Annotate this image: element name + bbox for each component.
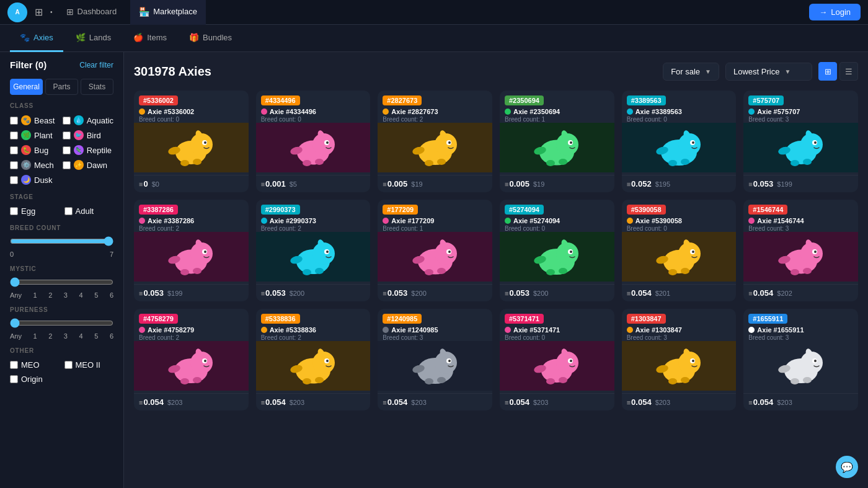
svg-point-86 [681,268,689,274]
axie-card[interactable]: #5371471 Axie #5371471 Breed count: 0 [500,309,614,410]
nav-tab-marketplace[interactable]: 🏪 Marketplace [130,0,206,25]
origin-checkbox[interactable] [10,375,18,383]
axie-card[interactable]: #1240985 Axie #1240985 Breed count: 3 [378,309,492,410]
other-origin[interactable]: Origin [10,373,113,385]
egg-label: Egg [21,206,35,216]
class-dot [261,218,267,224]
bug-checkbox[interactable] [10,146,18,154]
list-view-button[interactable]: ☰ [839,62,858,81]
svg-point-6 [193,159,202,165]
grid-view-button[interactable]: ⊞ [818,62,837,81]
beast-checkbox[interactable] [10,117,18,125]
svg-point-75 [570,251,572,253]
sale-filter-dropdown[interactable]: For sale ▼ [663,63,719,81]
mystic-range[interactable] [10,277,113,287]
tab-general[interactable]: General [10,79,43,95]
svg-point-119 [425,378,433,384]
usd-price: $203 [411,399,426,406]
meo-checkbox[interactable] [10,361,18,369]
adult-checkbox[interactable] [64,207,73,215]
other-meo2[interactable]: MEO II [64,359,114,371]
class-bird[interactable]: 🐦 Bird [63,129,113,141]
axies-content: 301978 Axies For sale ▼ Lowest Price ▼ ⊞… [124,52,868,488]
tab-stats[interactable]: Stats [81,79,113,95]
plant-checkbox[interactable] [10,131,18,140]
card-price: ≡0 $0 [134,175,249,192]
app-logo: A [7,2,27,22]
axie-card[interactable]: #1655911 Axie #1655911 Breed count: 3 [743,309,858,410]
aquatic-checkbox[interactable] [63,117,71,125]
dusk-label: Dusk [34,175,53,185]
axie-card[interactable]: #5390058 Axie #5390058 Breed count: 0 [622,200,737,301]
axie-id-badge: #177209 [383,205,418,215]
axie-card[interactable]: #2350694 Axie #2350694 Breed count: 1 [500,91,614,192]
eth-price: ≡0.053 [383,288,407,298]
tab-parts[interactable]: Parts [45,79,78,95]
dawn-checkbox[interactable] [63,161,71,169]
pureness-range[interactable] [10,318,113,328]
sort-dropdown[interactable]: Lowest Price ▼ [725,63,812,81]
axie-card[interactable]: #5336002 Axie #5336002 Breed count: 0 [134,91,249,192]
usd-price: $5 [290,180,297,188]
nav-tab-dashboard[interactable]: ⊞ Dashboard [58,0,126,25]
class-aquatic[interactable]: 💧 Aquatic [63,114,113,126]
breed-count-range[interactable] [10,236,113,246]
axies-count: 301978 Axies [134,64,211,79]
axie-card[interactable]: #575707 Axie #575707 Breed count: 3 [743,91,858,192]
card-price: ≡0.054 $201 [622,284,737,301]
stage-adult[interactable]: Adult [64,205,114,217]
class-plant[interactable]: 🌿 Plant [10,129,58,141]
svg-point-94 [803,268,812,274]
list-view-icon: ☰ [845,67,852,76]
class-dot [261,109,267,115]
axie-card[interactable]: #4334496 Axie #4334496 Breed count: 0 [256,91,371,192]
filter-sidebar: Filter (0) Clear filter General Parts St… [0,52,124,488]
svg-point-79 [546,269,555,275]
sub-tab-lands[interactable]: 🌿 Lands [66,25,121,52]
mech-checkbox[interactable] [10,161,18,169]
class-beast[interactable]: 🐾 Beast [10,114,58,126]
eth-price: ≡0.054 [505,397,529,407]
axie-card[interactable]: #2990373 Axie #2990373 Breed count: 2 [256,200,371,301]
class-bug[interactable]: 🐛 Bug [10,144,58,156]
axie-name: Axie #4758279 [139,326,244,334]
dusk-checkbox[interactable] [10,176,18,184]
chat-button[interactable]: 💬 [836,456,858,478]
other-meo[interactable]: MEO [10,359,60,371]
axie-name: Axie #1546744 [748,217,853,224]
axie-card[interactable]: #177209 Axie #177209 Breed count: 1 [378,200,492,301]
sub-tab-bundles[interactable]: 🎁 Bundles [179,25,242,52]
bird-checkbox[interactable] [63,131,71,140]
class-reptile[interactable]: 🦎 Reptile [63,144,113,156]
axie-card[interactable]: #2827673 Axie #2827673 Breed count: 2 [378,91,492,192]
axie-card[interactable]: #3389563 Axie #3389563 Breed count: 0 [622,91,737,192]
axie-card[interactable]: #1303847 Axie #1303847 Breed count: 3 [622,309,737,410]
svg-point-3 [204,141,206,144]
axie-card[interactable]: #4758279 Axie #4758279 Breed count: 2 [134,309,249,410]
class-mech[interactable]: ⚙️ Mech [10,159,58,171]
clear-filter-button[interactable]: Clear filter [79,61,113,69]
bird-icon: 🐦 [74,130,84,140]
axie-card[interactable]: #5274094 Axie #5274094 Breed count: 0 [500,200,614,301]
meo2-checkbox[interactable] [64,361,73,369]
header-controls: For sale ▼ Lowest Price ▼ ⊞ ☰ [663,62,858,81]
reptile-checkbox[interactable] [63,146,71,154]
axie-card[interactable]: #5338836 Axie #5338836 Breed count: 2 [256,309,371,410]
svg-point-110 [315,377,324,383]
axie-name: Axie #177209 [383,217,487,224]
axie-name: Axie #4334496 [261,108,366,115]
sub-tab-axies[interactable]: 🐾 Axies [10,25,63,52]
stage-egg[interactable]: Egg [10,205,60,217]
egg-checkbox[interactable] [10,207,18,215]
filter-title: Filter (0) [10,60,46,70]
axie-card[interactable]: #1546744 Axie #1546744 Breed count: 3 [743,200,858,301]
login-button[interactable]: → Login [809,4,861,20]
axie-id-badge: #1303847 [627,314,666,324]
grid-icon[interactable]: ⊞ [35,6,43,18]
sub-navigation: 🐾 Axies 🌿 Lands 🍎 Items 🎁 Bundles [0,25,868,52]
class-dusk[interactable]: 🌙 Dusk [10,174,58,186]
sub-tab-items[interactable]: 🍎 Items [123,25,177,52]
axie-card[interactable]: #3387286 Axie #3387286 Breed count: 2 [134,200,249,301]
card-top: #177209 Axie #177209 Breed count: 1 [378,200,492,232]
class-dawn[interactable]: ✨ Dawn [63,159,113,171]
